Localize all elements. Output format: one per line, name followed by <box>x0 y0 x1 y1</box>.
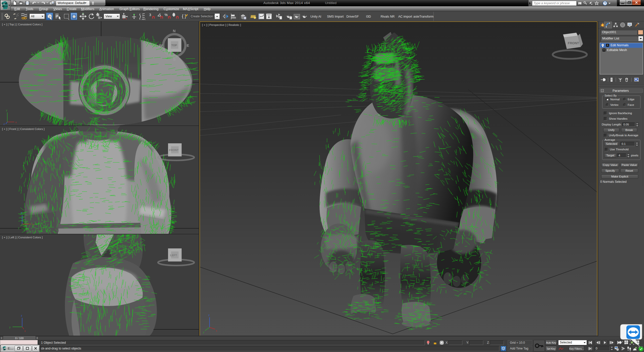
svg-text:[ + ] [ Left ] [ Consistent Co: [ + ] [ Left ] [ Consistent Colors ] <box>2 236 43 239</box>
svg-text:[ + ] [ Perspective ] [ Realis: [ + ] [ Perspective ] [ Realistic ] <box>202 23 241 26</box>
svg-text:FRONT: FRONT <box>169 149 179 152</box>
svg-text:z: z <box>4 123 5 125</box>
svg-text:S: S <box>173 57 176 61</box>
svg-text:FRONT: FRONT <box>568 41 579 45</box>
svg-text:x: x <box>32 223 33 226</box>
svg-text:z: z <box>208 314 210 317</box>
svg-text:ABC: ABC <box>142 18 146 20</box>
svg-text:N: N <box>173 29 176 33</box>
svg-text:%: % <box>165 13 168 17</box>
svg-text:[ + ] [ Top ] [ Consistent Col: [ + ] [ Top ] [ Consistent Colors ] <box>2 23 43 26</box>
svg-text:E: E <box>187 43 189 48</box>
svg-text:y: y <box>203 331 204 334</box>
svg-text:y: y <box>18 227 19 229</box>
svg-text:TOP: TOP <box>171 44 177 47</box>
svg-text:LEFT: LEFT <box>170 254 177 257</box>
svg-text:[ + ] [ Front ] [ Consistent C: [ + ] [ Front ] [ Consistent Colors ] <box>2 127 45 130</box>
svg-text:W: W <box>159 43 163 48</box>
svg-text:x: x <box>216 329 217 332</box>
svg-text:x: x <box>24 330 26 332</box>
svg-text:3: 3 <box>149 13 151 17</box>
svg-text:z: z <box>21 211 22 214</box>
svg-text:y: y <box>9 326 11 329</box>
svg-text:x: x <box>15 121 17 124</box>
svg-text:?: ? <box>604 2 606 5</box>
svg-text:y: y <box>6 109 7 112</box>
svg-text:z: z <box>21 314 22 317</box>
